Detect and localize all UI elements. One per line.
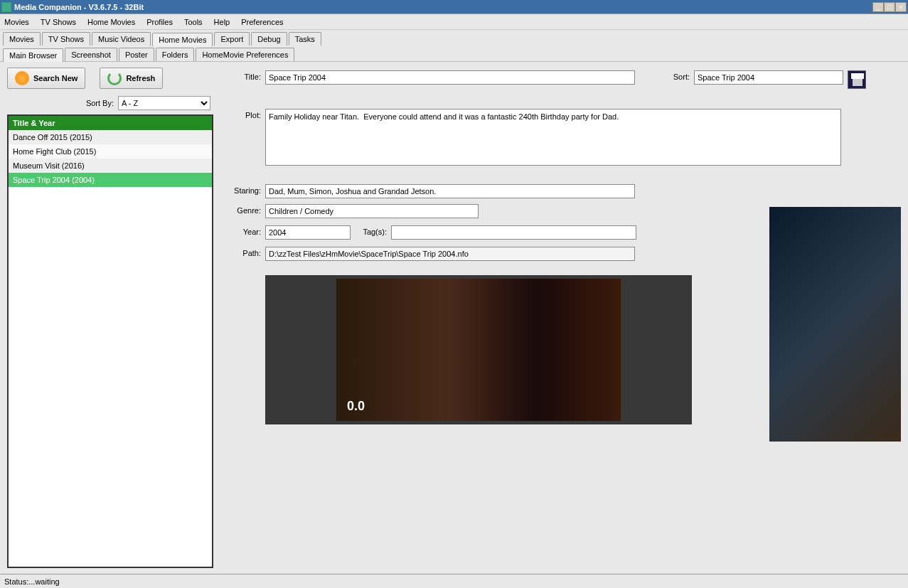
- tab-debug[interactable]: Debug: [251, 32, 287, 46]
- menubar: MoviesTV ShowsHome MoviesProfilesToolsHe…: [0, 14, 908, 30]
- list-item[interactable]: Space Trip 2004 (2004): [9, 173, 212, 187]
- menu-help[interactable]: Help: [214, 18, 230, 26]
- search-new-button[interactable]: Search New: [7, 68, 85, 89]
- menu-tv-shows[interactable]: TV Shows: [41, 18, 76, 26]
- main-tabs: MoviesTV ShowsMusic VideosHome MoviesExp…: [0, 30, 908, 46]
- list-item[interactable]: Home Fight Club (2015): [9, 144, 212, 159]
- menu-profiles[interactable]: Profiles: [146, 18, 173, 26]
- subtab-screenshot[interactable]: Screenshot: [65, 48, 117, 61]
- tab-movies[interactable]: Movies: [3, 32, 41, 46]
- year-label: Year:: [222, 225, 261, 236]
- refresh-label: Refresh: [126, 74, 155, 82]
- title-input[interactable]: [265, 70, 635, 85]
- genre-input[interactable]: [265, 204, 479, 218]
- tags-label: Tag(s):: [355, 225, 387, 236]
- menu-movies[interactable]: Movies: [4, 18, 29, 26]
- minimize-button[interactable]: _: [872, 2, 884, 12]
- app-icon: [1, 2, 11, 12]
- tab-tasks[interactable]: Tasks: [289, 32, 321, 46]
- details-panel: Title: Sort: Plot: Staring: Genre: Year:: [222, 68, 901, 568]
- tab-tv-shows[interactable]: TV Shows: [42, 32, 90, 46]
- close-button[interactable]: ×: [895, 2, 907, 12]
- refresh-button[interactable]: Refresh: [100, 68, 163, 89]
- path-input: [265, 247, 635, 261]
- sort-by-label: Sort By:: [86, 99, 114, 107]
- status-text: Status:...waiting: [4, 577, 60, 586]
- tags-input[interactable]: [391, 225, 636, 240]
- plot-label: Plot:: [222, 109, 261, 119]
- subtab-main-browser[interactable]: Main Browser: [3, 48, 63, 62]
- list-item[interactable]: Dance Off 2015 (2015): [9, 130, 212, 144]
- staring-input[interactable]: [265, 184, 635, 198]
- left-panel: Search New Refresh Sort By: A - Z Title …: [7, 68, 213, 568]
- menu-home-movies[interactable]: Home Movies: [87, 18, 135, 26]
- titlebar: Media Companion - V3.6.7.5 - 32Bit _ □ ×: [0, 0, 908, 14]
- path-label: Path:: [222, 247, 261, 257]
- fanart-preview[interactable]: [265, 275, 692, 424]
- search-new-label: Search New: [33, 74, 78, 82]
- genre-label: Genre:: [222, 204, 261, 215]
- sub-tabs: Main BrowserScreenshotPosterFoldersHomeM…: [0, 46, 908, 61]
- subtab-poster[interactable]: Poster: [119, 48, 154, 61]
- poster-preview[interactable]: [769, 207, 901, 442]
- menu-preferences[interactable]: Preferences: [241, 18, 283, 26]
- maximize-button[interactable]: □: [884, 2, 895, 12]
- save-button[interactable]: [848, 70, 866, 89]
- title-label: Title:: [222, 70, 261, 81]
- refresh-icon: [107, 71, 122, 85]
- plot-textarea[interactable]: [265, 109, 841, 166]
- window-title: Media Companion - V3.6.7.5 - 32Bit: [14, 3, 872, 11]
- tab-home-movies[interactable]: Home Movies: [152, 33, 213, 46]
- movie-list[interactable]: Title & Year Dance Off 2015 (2015)Home F…: [7, 114, 213, 568]
- list-header: Title & Year: [9, 116, 212, 130]
- tab-music-videos[interactable]: Music Videos: [92, 32, 151, 46]
- tab-export[interactable]: Export: [214, 32, 250, 46]
- year-input[interactable]: [265, 225, 351, 240]
- sort-by-select[interactable]: A - Z: [118, 96, 210, 110]
- sort-input[interactable]: [694, 70, 843, 85]
- staring-label: Staring:: [222, 184, 261, 195]
- subtab-folders[interactable]: Folders: [156, 48, 195, 61]
- statusbar: Status:...waiting: [0, 574, 908, 588]
- new-icon: [15, 71, 29, 85]
- content-area: Search New Refresh Sort By: A - Z Title …: [0, 61, 908, 574]
- subtab-homemovie-preferences[interactable]: HomeMovie Preferences: [196, 48, 294, 61]
- menu-tools[interactable]: Tools: [184, 18, 203, 26]
- list-item[interactable]: Museum Visit (2016): [9, 159, 212, 173]
- sort-label: Sort:: [665, 70, 690, 81]
